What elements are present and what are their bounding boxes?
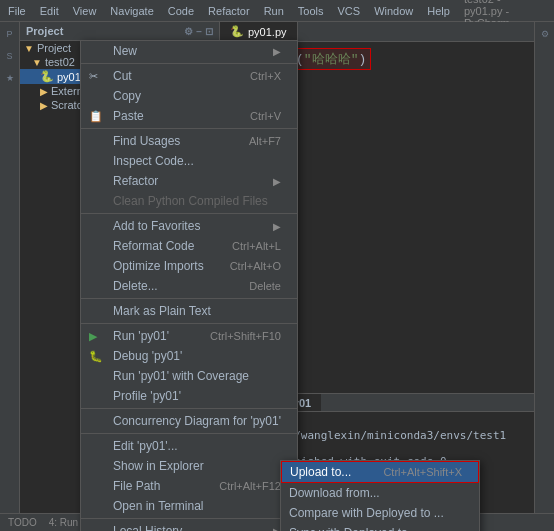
tab-py01[interactable]: 🐍 py01.py: [220, 22, 298, 41]
menu-inspect[interactable]: Inspect Code...: [81, 151, 297, 171]
concurrency-label: Concurrency Diagram for 'py01': [113, 414, 281, 428]
py01-tab-icon: 🐍: [230, 25, 244, 38]
delete-shortcut: Delete: [249, 280, 281, 292]
submenu-compare-deployed[interactable]: Compare with Deployed to ...: [281, 503, 479, 523]
menu-new[interactable]: New ▶: [81, 41, 297, 61]
reformat-label: Reformat Code: [113, 239, 224, 253]
clean-label: Clean Python Compiled Files: [113, 194, 281, 208]
menu-run-py01[interactable]: ▶ Run 'py01' Ctrl+Shift+F10: [81, 326, 297, 346]
submenu-download[interactable]: Download from...: [281, 483, 479, 503]
project-folder-icon: ▼: [24, 43, 34, 54]
cut-icon: ✂: [89, 70, 105, 83]
statusbar-run[interactable]: 4: Run: [49, 517, 78, 528]
cut-label: Cut: [113, 69, 242, 83]
menu-vcs[interactable]: VCS: [338, 5, 361, 17]
sep-2: [81, 128, 297, 129]
menu-edit[interactable]: Edit: [40, 5, 59, 17]
menu-show-explorer[interactable]: Show in Explorer: [81, 456, 297, 476]
sep-4: [81, 298, 297, 299]
run-py01-label: Run 'py01': [113, 329, 202, 343]
menu-profile[interactable]: Profile 'py01': [81, 386, 297, 406]
inspect-label: Inspect Code...: [113, 154, 281, 168]
project-panel-title: Project: [26, 25, 63, 37]
sep-5: [81, 323, 297, 324]
tree-test02-label: test02: [45, 56, 75, 68]
close-paren: ): [358, 52, 366, 67]
sep-1: [81, 63, 297, 64]
ide-background: File Edit View Navigate Code Refactor Ru…: [0, 0, 554, 531]
open-terminal-label: Open in Terminal: [113, 499, 281, 513]
menu-refactor[interactable]: Refactor: [208, 5, 250, 17]
menu-local-history[interactable]: Local History ▶: [81, 521, 297, 531]
hide-icon[interactable]: −: [196, 26, 202, 37]
new-label: New: [113, 44, 257, 58]
py01-tab-label: py01.py: [248, 26, 287, 38]
ext-libs-icon: ▶: [40, 86, 48, 97]
sep-3: [81, 213, 297, 214]
find-shortcut: Alt+F7: [249, 135, 281, 147]
run-py01-icon: ▶: [89, 330, 105, 343]
test02-folder-icon: ▼: [32, 57, 42, 68]
fav-arrow: ▶: [273, 221, 281, 232]
download-label: Download from...: [289, 486, 380, 500]
tree-project-label: Project: [37, 42, 71, 54]
submenu-upload[interactable]: Upload to... Ctrl+Alt+Shift+X: [281, 461, 479, 483]
context-menu: New ▶ ✂ Cut Ctrl+X Copy 📋 Paste Ctrl+V: [80, 40, 298, 531]
reformat-shortcut: Ctrl+Alt+L: [232, 240, 281, 252]
settings-icon[interactable]: ⚙: [184, 26, 193, 37]
menu-add-favorites[interactable]: Add to Favorites ▶: [81, 216, 297, 236]
menu-clean-compiled: Clean Python Compiled Files: [81, 191, 297, 211]
menu-cut[interactable]: ✂ Cut Ctrl+X: [81, 66, 297, 86]
menu-reformat[interactable]: Reformat Code Ctrl+Alt+L: [81, 236, 297, 256]
py01-file-icon: 🐍: [40, 70, 54, 83]
menu-concurrency[interactable]: Concurrency Diagram for 'py01': [81, 411, 297, 431]
right-icon-1[interactable]: ⚙: [537, 26, 553, 42]
favorites-icon[interactable]: ★: [2, 70, 18, 86]
menu-tools[interactable]: Tools: [298, 5, 324, 17]
new-arrow: ▶: [273, 46, 281, 57]
project-icon[interactable]: P: [2, 26, 18, 42]
structure-icon[interactable]: S: [2, 48, 18, 64]
deployment-submenu: Upload to... Ctrl+Alt+Shift+X Download f…: [280, 460, 480, 531]
menu-mark-plain[interactable]: Mark as Plain Text: [81, 301, 297, 321]
menu-code[interactable]: Code: [168, 5, 194, 17]
menu-run-coverage[interactable]: Run 'py01' with Coverage: [81, 366, 297, 386]
optimize-shortcut: Ctrl+Alt+O: [230, 260, 281, 272]
menu-file-path[interactable]: File Path Ctrl+Alt+F12: [81, 476, 297, 496]
editor-tabs: 🐍 py01.py: [220, 22, 534, 42]
statusbar-todo[interactable]: TODO: [8, 517, 37, 528]
menu-run[interactable]: Run: [264, 5, 284, 17]
refactor-label: Refactor: [113, 174, 257, 188]
menu-view[interactable]: View: [73, 5, 97, 17]
menu-navigate[interactable]: Navigate: [110, 5, 153, 17]
menu-open-terminal[interactable]: Open in Terminal: [81, 496, 297, 516]
expand-icon[interactable]: ⊡: [205, 26, 213, 37]
context-menu-overlay: New ▶ ✂ Cut Ctrl+X Copy 📋 Paste Ctrl+V: [80, 40, 298, 531]
profile-label: Profile 'py01': [113, 389, 281, 403]
delete-label: Delete...: [113, 279, 241, 293]
optimize-label: Optimize Imports: [113, 259, 222, 273]
scratches-icon: ▶: [40, 100, 48, 111]
upload-shortcut: Ctrl+Alt+Shift+X: [383, 466, 462, 478]
compare-deployed-label: Compare with Deployed to ...: [289, 506, 444, 520]
menu-find-usages[interactable]: Find Usages Alt+F7: [81, 131, 297, 151]
menu-window[interactable]: Window: [374, 5, 413, 17]
panel-header-icons: ⚙ − ⊡: [184, 26, 213, 37]
filepath-label: File Path: [113, 479, 211, 493]
project-panel-header: Project ⚙ − ⊡: [20, 22, 219, 41]
filepath-shortcut: Ctrl+Alt+F12: [219, 480, 281, 492]
menu-optimize-imports[interactable]: Optimize Imports Ctrl+Alt+O: [81, 256, 297, 276]
local-history-label: Local History: [113, 524, 257, 531]
menu-help[interactable]: Help: [427, 5, 450, 17]
menu-refactor[interactable]: Refactor ▶: [81, 171, 297, 191]
menu-paste[interactable]: 📋 Paste Ctrl+V: [81, 106, 297, 126]
menu-debug-py01[interactable]: 🐛 Debug 'py01': [81, 346, 297, 366]
sync-deployed-label: Sync with Deployed to ...: [289, 526, 421, 531]
menu-edit-py01[interactable]: Edit 'py01'...: [81, 436, 297, 456]
menu-copy[interactable]: Copy: [81, 86, 297, 106]
menu-delete[interactable]: Delete... Delete: [81, 276, 297, 296]
menu-file[interactable]: File: [8, 5, 26, 17]
edit-py01-label: Edit 'py01'...: [113, 439, 281, 453]
submenu-sync-deployed[interactable]: Sync with Deployed to ...: [281, 523, 479, 531]
cut-shortcut: Ctrl+X: [250, 70, 281, 82]
